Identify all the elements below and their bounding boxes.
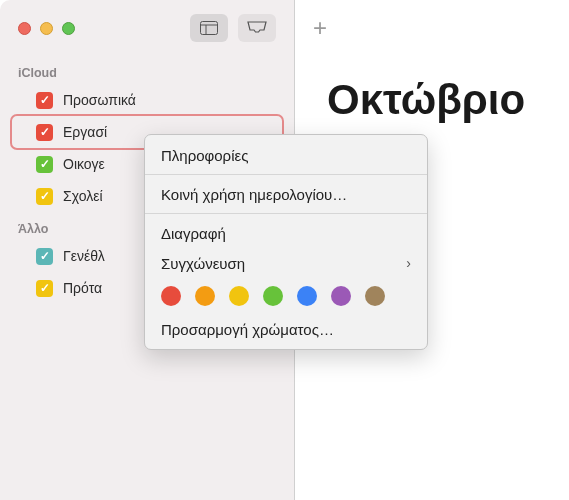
calendar-label: Πρότα [63,280,102,296]
color-swatch-green[interactable] [263,286,283,306]
color-swatch-yellow[interactable] [229,286,249,306]
color-swatch-orange[interactable] [195,286,215,306]
menu-item[interactable]: Διαγραφή [145,218,427,248]
plus-icon: + [313,14,327,41]
add-event-button[interactable]: + [313,14,327,42]
color-swatch-purple[interactable] [331,286,351,306]
calendar-checkbox[interactable] [36,248,53,265]
month-title: Οκτώβριο [295,56,569,124]
calendar-label: Οικογε [63,156,105,172]
window-controls [18,22,75,35]
menu-item-label: Συγχώνευση [161,255,245,272]
menu-item[interactable]: Πληροφορίες [145,140,427,170]
color-picker-row [145,278,427,314]
close-window-button[interactable] [18,22,31,35]
calendar-label: Εργασί [63,124,107,140]
menu-separator [145,213,427,214]
main-toolbar: + [295,0,569,56]
calendar-label: Γενέθλ [63,248,105,264]
calendar-checkbox[interactable] [36,280,53,297]
menu-separator [145,174,427,175]
color-swatch-blue[interactable] [297,286,317,306]
submenu-arrow-icon: › [406,255,411,271]
calendar-checkbox[interactable] [36,124,53,141]
color-swatch-brown[interactable] [365,286,385,306]
calendar-list-icon [200,21,218,35]
sidebar-toolbar [0,0,294,56]
color-swatch-red[interactable] [161,286,181,306]
menu-item[interactable]: Συγχώνευση› [145,248,427,278]
minimize-window-button[interactable] [40,22,53,35]
calendar-label: Προσωπικά [63,92,136,108]
menu-item-label: Κοινή χρήση ημερολογίου… [161,186,347,203]
menu-item[interactable]: Κοινή χρήση ημερολογίου… [145,179,427,209]
sidebar-group-header: iCloud [0,56,294,84]
menu-item-label: Προσαρμογή χρώματος… [161,321,334,338]
menu-item-label: Διαγραφή [161,225,226,242]
calendar-checkbox[interactable] [36,188,53,205]
calendar-label: Σχολεί [63,188,103,204]
calendar-checkbox[interactable] [36,92,53,109]
calendar-checkbox[interactable] [36,156,53,173]
calendar-context-menu: ΠληροφορίεςΚοινή χρήση ημερολογίου…Διαγρ… [144,134,428,350]
svg-rect-0 [201,22,218,35]
menu-item[interactable]: Προσαρμογή χρώματος… [145,314,427,344]
inbox-button[interactable] [238,14,276,42]
inbox-icon [247,21,267,35]
calendars-toggle-button[interactable] [190,14,228,42]
calendar-item[interactable]: Προσωπικά [12,84,282,116]
fullscreen-window-button[interactable] [62,22,75,35]
menu-item-label: Πληροφορίες [161,147,248,164]
